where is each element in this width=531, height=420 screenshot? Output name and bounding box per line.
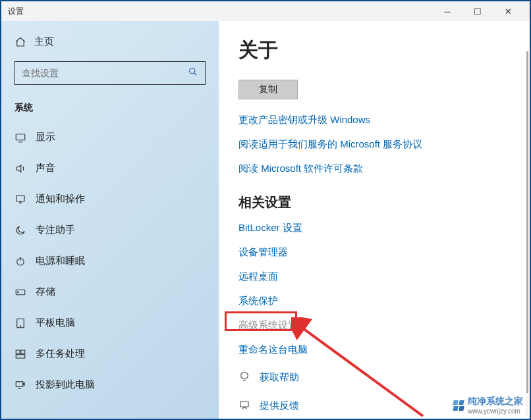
svg-rect-10	[16, 354, 25, 357]
sidebar-item-notifications[interactable]: 通知和操作	[1, 184, 219, 215]
svg-rect-2	[16, 196, 24, 201]
related-title: 相关设置	[238, 194, 510, 211]
sidebar-item-display[interactable]: 显示	[1, 122, 219, 153]
window-title: 设置	[8, 6, 432, 17]
copy-button[interactable]: 复制	[238, 80, 298, 99]
search-input[interactable]	[22, 68, 188, 78]
link-change-key[interactable]: 更改产品密钥或升级 Windows	[238, 114, 510, 126]
link-license[interactable]: 阅读 Microsoft 软件许可条款	[238, 163, 510, 175]
get-help[interactable]: 获取帮助	[238, 371, 510, 384]
titlebar: 设置 ─ ☐ ✕	[1, 1, 530, 21]
storage-icon	[14, 286, 26, 298]
sidebar-item-storage[interactable]: 存储	[1, 276, 219, 307]
link-device-manager[interactable]: 设备管理器	[238, 246, 510, 259]
page-title: 关于	[238, 37, 510, 64]
sidebar-item-label: 声音	[36, 162, 55, 174]
sidebar-item-label: 通知和操作	[36, 193, 85, 205]
project-icon	[14, 379, 26, 391]
link-bitlocker[interactable]: BitLocker 设置	[238, 222, 510, 234]
moon-icon	[14, 224, 26, 236]
notification-icon	[14, 194, 26, 205]
link-rename-pc[interactable]: 重命名这台电脑	[238, 344, 510, 356]
link-advanced-system[interactable]: 高级系统设置	[238, 319, 510, 332]
sidebar-item-sound[interactable]: 声音	[1, 153, 219, 184]
get-help-label: 获取帮助	[260, 371, 299, 384]
svg-rect-13	[240, 402, 248, 407]
multitask-icon	[14, 348, 26, 360]
power-icon	[14, 255, 26, 267]
feedback-icon	[238, 399, 250, 413]
home-icon	[14, 36, 26, 48]
feedback[interactable]: 提供反馈	[238, 399, 510, 413]
sidebar-item-label: 电源和睡眠	[36, 255, 85, 267]
link-system-protection[interactable]: 系统保护	[238, 295, 510, 307]
sidebar-item-label: 多任务处理	[36, 348, 85, 360]
help-icon	[238, 371, 250, 384]
svg-point-5	[18, 292, 19, 293]
sound-icon	[14, 163, 26, 174]
sidebar-item-power[interactable]: 电源和睡眠	[1, 246, 219, 276]
scrollbar[interactable]	[526, 51, 528, 416]
link-service-agreement[interactable]: 阅读适用于我们服务的 Microsoft 服务协议	[238, 138, 510, 151]
sidebar-item-label: 显示	[36, 131, 55, 144]
svg-point-7	[20, 325, 20, 326]
sidebar-item-multitask[interactable]: 多任务处理	[1, 338, 219, 369]
sidebar-item-label: 存储	[36, 286, 55, 298]
display-icon	[14, 132, 26, 144]
svg-rect-8	[16, 350, 20, 354]
svg-point-0	[190, 68, 195, 74]
feedback-label: 提供反馈	[260, 400, 299, 412]
svg-rect-1	[16, 134, 25, 140]
minimize-button[interactable]: ─	[432, 1, 462, 21]
tablet-icon	[14, 317, 26, 329]
group-title: 系统	[1, 98, 219, 122]
sidebar: 主页 系统 显示 声音 通知和操作	[1, 21, 219, 419]
sidebar-item-focus[interactable]: 专注助手	[1, 215, 219, 246]
home-link[interactable]: 主页	[1, 30, 219, 53]
sidebar-item-project[interactable]: 投影到此电脑	[1, 369, 219, 400]
close-button[interactable]: ✕	[493, 1, 523, 21]
svg-point-12	[241, 372, 248, 379]
sidebar-item-label: 平板电脑	[36, 317, 75, 329]
svg-rect-9	[21, 350, 25, 354]
sidebar-item-tablet[interactable]: 平板电脑	[1, 307, 219, 338]
maximize-button[interactable]: ☐	[462, 1, 493, 21]
svg-rect-11	[16, 381, 23, 386]
search-icon	[188, 66, 198, 80]
content: 关于 复制 更改产品密钥或升级 Windows 阅读适用于我们服务的 Micro…	[219, 21, 530, 419]
sidebar-item-label: 投影到此电脑	[36, 379, 95, 391]
search-box[interactable]	[14, 61, 206, 85]
sidebar-item-label: 专注助手	[36, 224, 75, 236]
home-label: 主页	[34, 36, 54, 48]
link-remote-desktop[interactable]: 远程桌面	[238, 271, 510, 283]
